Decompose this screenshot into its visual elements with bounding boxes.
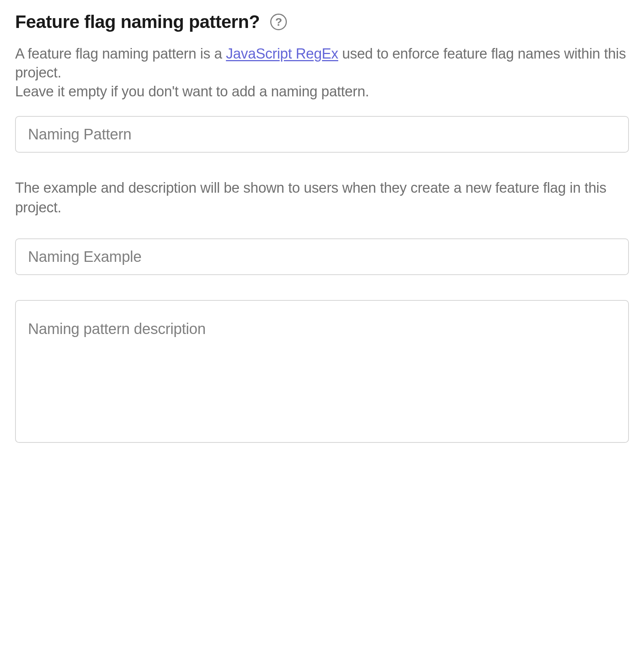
javascript-regex-link[interactable]: JavaScript RegEx [226, 46, 338, 62]
section-title: Feature flag naming pattern? [15, 11, 260, 32]
example-description: The example and description will be show… [15, 178, 629, 217]
section-header: Feature flag naming pattern? ? [15, 11, 629, 32]
naming-example-input[interactable] [15, 238, 629, 275]
description-text-1: A feature flag naming pattern is a [15, 46, 226, 62]
description-line-2: Leave it empty if you don't want to add … [15, 84, 369, 99]
naming-pattern-description-textarea[interactable] [15, 300, 629, 443]
help-icon[interactable]: ? [270, 14, 287, 30]
naming-pattern-input[interactable] [15, 116, 629, 153]
pattern-description: A feature flag naming pattern is a JavaS… [15, 44, 629, 101]
